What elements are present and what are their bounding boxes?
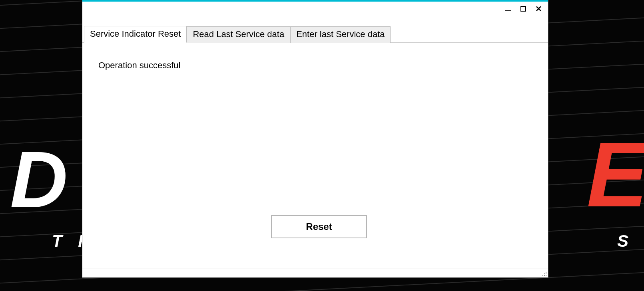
reset-button[interactable]: Reset — [271, 215, 367, 238]
tab-service-indicator-reset[interactable]: Service Indicator Reset — [84, 26, 187, 43]
minimize-icon — [505, 10, 511, 11]
tab-content: Operation successful Reset — [82, 43, 548, 269]
maximize-button[interactable] — [519, 5, 527, 13]
status-strip — [82, 269, 548, 277]
tab-enter-last-service-data[interactable]: Enter last Service data — [290, 26, 391, 43]
maximize-icon — [520, 6, 526, 12]
tab-read-last-service-data[interactable]: Read Last Service data — [187, 26, 290, 43]
close-button[interactable]: ✕ — [534, 5, 542, 13]
close-icon: ✕ — [535, 6, 542, 12]
wallpaper-logo-left: D — [10, 148, 64, 212]
wallpaper-logo-right-sub: S — [617, 232, 634, 251]
app-window: ✕ Service Indicator Reset Read Last Serv… — [82, 0, 548, 277]
tab-bar: Service Indicator Reset Read Last Servic… — [82, 26, 548, 43]
resize-grip-icon[interactable] — [542, 271, 547, 277]
minimize-button[interactable] — [504, 5, 512, 13]
status-message: Operation successful — [98, 60, 532, 71]
wallpaper-logo-right: E — [587, 142, 644, 208]
titlebar[interactable]: ✕ — [82, 2, 548, 26]
